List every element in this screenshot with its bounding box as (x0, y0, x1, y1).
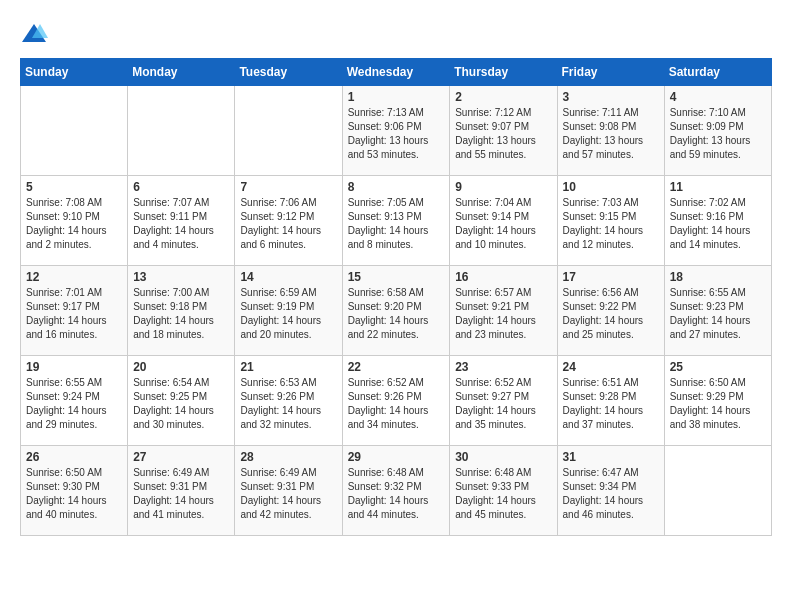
day-number: 20 (133, 360, 229, 374)
day-number: 26 (26, 450, 122, 464)
calendar-cell: 14Sunrise: 6:59 AM Sunset: 9:19 PM Dayli… (235, 266, 342, 356)
day-info: Sunrise: 7:07 AM Sunset: 9:11 PM Dayligh… (133, 196, 229, 252)
day-number: 7 (240, 180, 336, 194)
calendar-cell: 17Sunrise: 6:56 AM Sunset: 9:22 PM Dayli… (557, 266, 664, 356)
calendar-cell: 1Sunrise: 7:13 AM Sunset: 9:06 PM Daylig… (342, 86, 450, 176)
day-of-week-header: Thursday (450, 59, 557, 86)
day-number: 21 (240, 360, 336, 374)
calendar-cell (235, 86, 342, 176)
calendar-cell: 15Sunrise: 6:58 AM Sunset: 9:20 PM Dayli… (342, 266, 450, 356)
calendar-cell: 30Sunrise: 6:48 AM Sunset: 9:33 PM Dayli… (450, 446, 557, 536)
day-of-week-header: Tuesday (235, 59, 342, 86)
logo (20, 20, 52, 48)
calendar-cell: 22Sunrise: 6:52 AM Sunset: 9:26 PM Dayli… (342, 356, 450, 446)
calendar-cell: 27Sunrise: 6:49 AM Sunset: 9:31 PM Dayli… (128, 446, 235, 536)
day-of-week-header: Wednesday (342, 59, 450, 86)
calendar-cell: 16Sunrise: 6:57 AM Sunset: 9:21 PM Dayli… (450, 266, 557, 356)
day-info: Sunrise: 6:55 AM Sunset: 9:24 PM Dayligh… (26, 376, 122, 432)
day-number: 13 (133, 270, 229, 284)
calendar-week-row: 26Sunrise: 6:50 AM Sunset: 9:30 PM Dayli… (21, 446, 772, 536)
day-info: Sunrise: 6:48 AM Sunset: 9:33 PM Dayligh… (455, 466, 551, 522)
day-number: 29 (348, 450, 445, 464)
calendar-cell: 26Sunrise: 6:50 AM Sunset: 9:30 PM Dayli… (21, 446, 128, 536)
day-info: Sunrise: 6:52 AM Sunset: 9:27 PM Dayligh… (455, 376, 551, 432)
day-info: Sunrise: 6:55 AM Sunset: 9:23 PM Dayligh… (670, 286, 766, 342)
day-info: Sunrise: 6:52 AM Sunset: 9:26 PM Dayligh… (348, 376, 445, 432)
day-info: Sunrise: 7:04 AM Sunset: 9:14 PM Dayligh… (455, 196, 551, 252)
day-info: Sunrise: 7:03 AM Sunset: 9:15 PM Dayligh… (563, 196, 659, 252)
calendar-week-row: 1Sunrise: 7:13 AM Sunset: 9:06 PM Daylig… (21, 86, 772, 176)
day-number: 12 (26, 270, 122, 284)
day-info: Sunrise: 7:02 AM Sunset: 9:16 PM Dayligh… (670, 196, 766, 252)
day-info: Sunrise: 7:11 AM Sunset: 9:08 PM Dayligh… (563, 106, 659, 162)
calendar-cell: 7Sunrise: 7:06 AM Sunset: 9:12 PM Daylig… (235, 176, 342, 266)
day-info: Sunrise: 6:50 AM Sunset: 9:29 PM Dayligh… (670, 376, 766, 432)
calendar-cell: 12Sunrise: 7:01 AM Sunset: 9:17 PM Dayli… (21, 266, 128, 356)
day-info: Sunrise: 6:53 AM Sunset: 9:26 PM Dayligh… (240, 376, 336, 432)
page-header (20, 20, 772, 48)
day-number: 23 (455, 360, 551, 374)
day-info: Sunrise: 6:57 AM Sunset: 9:21 PM Dayligh… (455, 286, 551, 342)
calendar-cell (128, 86, 235, 176)
day-number: 24 (563, 360, 659, 374)
calendar-cell (664, 446, 771, 536)
day-number: 8 (348, 180, 445, 194)
calendar-week-row: 5Sunrise: 7:08 AM Sunset: 9:10 PM Daylig… (21, 176, 772, 266)
day-of-week-header: Friday (557, 59, 664, 86)
day-number: 14 (240, 270, 336, 284)
day-number: 31 (563, 450, 659, 464)
day-number: 10 (563, 180, 659, 194)
calendar-cell: 19Sunrise: 6:55 AM Sunset: 9:24 PM Dayli… (21, 356, 128, 446)
day-number: 4 (670, 90, 766, 104)
calendar-cell: 3Sunrise: 7:11 AM Sunset: 9:08 PM Daylig… (557, 86, 664, 176)
day-number: 5 (26, 180, 122, 194)
calendar-cell: 11Sunrise: 7:02 AM Sunset: 9:16 PM Dayli… (664, 176, 771, 266)
calendar-cell: 6Sunrise: 7:07 AM Sunset: 9:11 PM Daylig… (128, 176, 235, 266)
day-info: Sunrise: 6:49 AM Sunset: 9:31 PM Dayligh… (133, 466, 229, 522)
day-info: Sunrise: 6:50 AM Sunset: 9:30 PM Dayligh… (26, 466, 122, 522)
day-number: 2 (455, 90, 551, 104)
calendar-cell: 25Sunrise: 6:50 AM Sunset: 9:29 PM Dayli… (664, 356, 771, 446)
calendar-cell: 29Sunrise: 6:48 AM Sunset: 9:32 PM Dayli… (342, 446, 450, 536)
day-number: 9 (455, 180, 551, 194)
day-number: 19 (26, 360, 122, 374)
day-number: 1 (348, 90, 445, 104)
calendar-cell: 21Sunrise: 6:53 AM Sunset: 9:26 PM Dayli… (235, 356, 342, 446)
day-info: Sunrise: 6:49 AM Sunset: 9:31 PM Dayligh… (240, 466, 336, 522)
calendar-cell: 4Sunrise: 7:10 AM Sunset: 9:09 PM Daylig… (664, 86, 771, 176)
day-number: 30 (455, 450, 551, 464)
calendar-cell: 20Sunrise: 6:54 AM Sunset: 9:25 PM Dayli… (128, 356, 235, 446)
day-info: Sunrise: 6:54 AM Sunset: 9:25 PM Dayligh… (133, 376, 229, 432)
calendar-cell (21, 86, 128, 176)
calendar-cell: 8Sunrise: 7:05 AM Sunset: 9:13 PM Daylig… (342, 176, 450, 266)
day-info: Sunrise: 6:48 AM Sunset: 9:32 PM Dayligh… (348, 466, 445, 522)
day-number: 3 (563, 90, 659, 104)
calendar-cell: 10Sunrise: 7:03 AM Sunset: 9:15 PM Dayli… (557, 176, 664, 266)
day-info: Sunrise: 6:51 AM Sunset: 9:28 PM Dayligh… (563, 376, 659, 432)
calendar-week-row: 19Sunrise: 6:55 AM Sunset: 9:24 PM Dayli… (21, 356, 772, 446)
calendar-cell: 23Sunrise: 6:52 AM Sunset: 9:27 PM Dayli… (450, 356, 557, 446)
day-info: Sunrise: 7:08 AM Sunset: 9:10 PM Dayligh… (26, 196, 122, 252)
day-of-week-header: Saturday (664, 59, 771, 86)
day-number: 6 (133, 180, 229, 194)
calendar-cell: 24Sunrise: 6:51 AM Sunset: 9:28 PM Dayli… (557, 356, 664, 446)
calendar-cell: 5Sunrise: 7:08 AM Sunset: 9:10 PM Daylig… (21, 176, 128, 266)
day-number: 18 (670, 270, 766, 284)
day-info: Sunrise: 6:59 AM Sunset: 9:19 PM Dayligh… (240, 286, 336, 342)
day-info: Sunrise: 7:13 AM Sunset: 9:06 PM Dayligh… (348, 106, 445, 162)
day-number: 25 (670, 360, 766, 374)
day-number: 16 (455, 270, 551, 284)
day-info: Sunrise: 7:12 AM Sunset: 9:07 PM Dayligh… (455, 106, 551, 162)
day-info: Sunrise: 7:06 AM Sunset: 9:12 PM Dayligh… (240, 196, 336, 252)
day-info: Sunrise: 6:56 AM Sunset: 9:22 PM Dayligh… (563, 286, 659, 342)
day-info: Sunrise: 7:01 AM Sunset: 9:17 PM Dayligh… (26, 286, 122, 342)
day-of-week-header: Sunday (21, 59, 128, 86)
logo-icon (20, 20, 48, 48)
day-of-week-header: Monday (128, 59, 235, 86)
day-number: 17 (563, 270, 659, 284)
calendar-table: SundayMondayTuesdayWednesdayThursdayFrid… (20, 58, 772, 536)
calendar-cell: 9Sunrise: 7:04 AM Sunset: 9:14 PM Daylig… (450, 176, 557, 266)
day-info: Sunrise: 7:05 AM Sunset: 9:13 PM Dayligh… (348, 196, 445, 252)
calendar-cell: 28Sunrise: 6:49 AM Sunset: 9:31 PM Dayli… (235, 446, 342, 536)
day-info: Sunrise: 7:00 AM Sunset: 9:18 PM Dayligh… (133, 286, 229, 342)
